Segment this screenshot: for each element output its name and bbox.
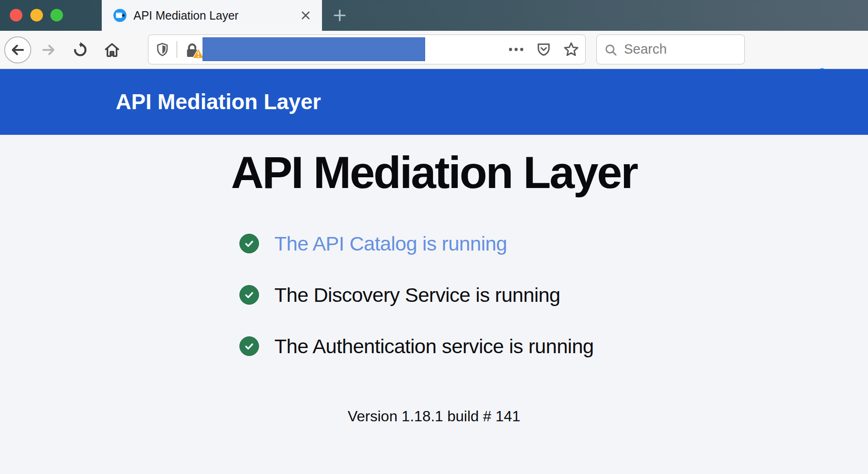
page-content: API Mediation Layer The API Catalog is r… xyxy=(0,135,868,474)
search-icon xyxy=(604,43,618,57)
navigation-toolbar xyxy=(0,31,868,69)
api-catalog-link[interactable]: The API Catalog is running xyxy=(274,232,507,255)
back-button[interactable] xyxy=(4,36,31,63)
bookmark-star-icon[interactable] xyxy=(563,41,580,58)
authentication-service-status: The Authentication service is running xyxy=(274,335,594,358)
reload-icon xyxy=(72,42,89,58)
close-tab-icon[interactable] xyxy=(299,9,312,22)
version-text: Version 1.18.1 build # 141 xyxy=(0,408,868,425)
tab-title: API Mediation Layer xyxy=(133,0,238,31)
status-row-api-catalog: The API Catalog is running xyxy=(239,233,594,254)
urlbar-separator xyxy=(176,41,177,58)
zoom-window-button[interactable] xyxy=(50,9,63,21)
status-row-discovery-service: The Discovery Service is running xyxy=(239,285,594,305)
tracking-protection-shield-icon[interactable] xyxy=(155,42,170,57)
check-icon xyxy=(239,336,259,356)
forward-button[interactable] xyxy=(35,36,62,63)
pocket-save-icon[interactable] xyxy=(536,42,552,57)
url-bar[interactable] xyxy=(148,35,586,64)
check-icon xyxy=(239,285,259,305)
forward-icon xyxy=(41,42,56,58)
titlebar: API Mediation Layer xyxy=(0,0,868,31)
new-tab-icon[interactable] xyxy=(331,7,348,24)
reload-button[interactable] xyxy=(67,36,94,63)
check-icon xyxy=(239,234,259,253)
back-icon xyxy=(10,42,26,58)
site-header: API API Mediation Layer xyxy=(0,69,868,135)
search-input[interactable] xyxy=(624,36,738,62)
minimize-window-button[interactable] xyxy=(30,9,43,21)
home-icon xyxy=(104,42,120,58)
home-button[interactable] xyxy=(98,36,126,63)
site-brand-title: API Mediation Layer xyxy=(116,69,321,135)
tab-favicon-icon xyxy=(113,8,127,22)
close-window-button[interactable] xyxy=(10,9,22,21)
page-actions-icon[interactable] xyxy=(508,42,525,56)
browser-window: API Mediation Layer xyxy=(0,0,868,474)
url-redaction-box xyxy=(203,37,425,61)
page-title: API Mediation Layer xyxy=(0,146,868,199)
discovery-service-status: The Discovery Service is running xyxy=(274,284,560,307)
tab-api-mediation-layer[interactable]: API Mediation Layer xyxy=(102,0,322,31)
search-bar[interactable] xyxy=(596,35,745,64)
status-list: The API Catalog is running The Discovery… xyxy=(239,233,594,387)
status-row-authentication-service: The Authentication service is running xyxy=(239,336,594,356)
